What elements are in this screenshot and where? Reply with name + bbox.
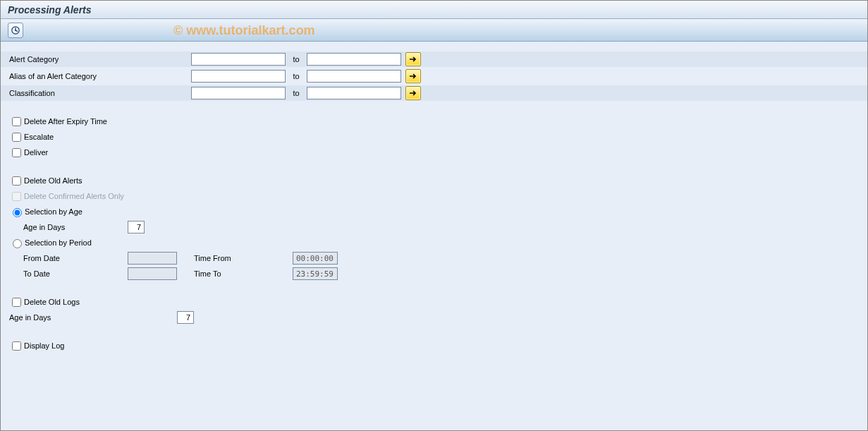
escalate-checkbox[interactable] xyxy=(12,133,21,142)
options-block-1: Delete After Expiry Time Escalate Delive… xyxy=(1,114,867,160)
to-text: to xyxy=(286,55,307,63)
escalate-label: Escalate xyxy=(24,133,54,141)
age-in-days-input[interactable] xyxy=(128,221,145,233)
to-date-label: To Date xyxy=(23,269,128,278)
options-block-2: Delete Old Alerts Delete Confirmed Alert… xyxy=(1,173,867,281)
delete-old-logs-checkbox[interactable] xyxy=(12,298,21,307)
delete-after-expiry-label: Delete After Expiry Time xyxy=(24,117,107,126)
delete-confirmed-only-checkbox xyxy=(12,192,21,201)
display-log-label: Display Log xyxy=(24,341,64,350)
execute-icon xyxy=(11,25,20,35)
alert-category-label: Alert Category xyxy=(1,55,191,63)
content-area: Alert Category to Alias of an Alert Cate… xyxy=(1,42,867,430)
arrow-right-icon xyxy=(409,56,417,63)
execute-button[interactable] xyxy=(8,23,23,38)
toolbar: © www.tutorialkart.com xyxy=(1,19,867,42)
alias-to-input[interactable] xyxy=(307,70,401,83)
selection-by-period-label: Selection by Period xyxy=(25,238,92,247)
range-row-alias: Alias of an Alert Category to xyxy=(1,68,867,84)
page-title: Processing Alerts xyxy=(8,4,92,16)
arrow-right-icon xyxy=(409,73,417,80)
age-in-days-label: Age in Days xyxy=(23,223,128,231)
delete-after-expiry-checkbox[interactable] xyxy=(12,117,21,126)
classification-multi-button[interactable] xyxy=(405,86,421,100)
from-date-label: From Date xyxy=(23,254,128,262)
classification-label: Classification xyxy=(1,89,191,97)
period-grid: From Date Time From To Date Time To xyxy=(9,250,867,281)
deliver-label: Deliver xyxy=(24,148,48,157)
classification-from-input[interactable] xyxy=(191,87,286,99)
logs-age-input[interactable] xyxy=(177,311,194,324)
range-row-classification: Classification to xyxy=(1,85,867,101)
selection-by-age-radio[interactable] xyxy=(13,208,22,217)
svg-point-3 xyxy=(15,30,16,31)
delete-old-alerts-checkbox[interactable] xyxy=(12,176,21,186)
time-to-label: Time To xyxy=(194,269,293,278)
options-block-3: Delete Old Logs Age in Days xyxy=(1,294,867,325)
watermark-text: © www.tutorialkart.com xyxy=(173,23,315,37)
display-log-checkbox[interactable] xyxy=(12,341,21,351)
delete-old-logs-label: Delete Old Logs xyxy=(24,298,80,306)
logs-age-label: Age in Days xyxy=(9,313,177,322)
selection-by-age-label: Selection by Age xyxy=(25,207,82,216)
alert-category-from-input[interactable] xyxy=(191,53,286,66)
time-from-input xyxy=(293,252,338,265)
time-to-input xyxy=(293,267,338,280)
time-from-label: Time From xyxy=(194,254,293,262)
arrow-right-icon xyxy=(409,90,417,97)
alias-label: Alias of an Alert Category xyxy=(1,72,191,80)
to-date-input xyxy=(128,267,177,280)
from-date-input xyxy=(128,252,177,265)
alert-category-multi-button[interactable] xyxy=(405,52,421,66)
range-row-alert-category: Alert Category to xyxy=(1,51,867,67)
deliver-checkbox[interactable] xyxy=(12,148,21,157)
app-window: Processing Alerts © www.tutorialkart.com… xyxy=(0,0,868,431)
alias-multi-button[interactable] xyxy=(405,69,421,83)
selection-by-period-radio[interactable] xyxy=(13,239,22,248)
classification-to-input[interactable] xyxy=(307,87,401,99)
title-bar: Processing Alerts xyxy=(1,1,867,19)
options-block-4: Display Log xyxy=(1,338,867,353)
delete-confirmed-only-label: Delete Confirmed Alerts Only xyxy=(24,192,124,200)
to-text: to xyxy=(286,89,307,97)
delete-old-alerts-label: Delete Old Alerts xyxy=(24,176,82,185)
alias-from-input[interactable] xyxy=(191,70,286,83)
to-text: to xyxy=(286,72,307,80)
alert-category-to-input[interactable] xyxy=(307,53,401,66)
